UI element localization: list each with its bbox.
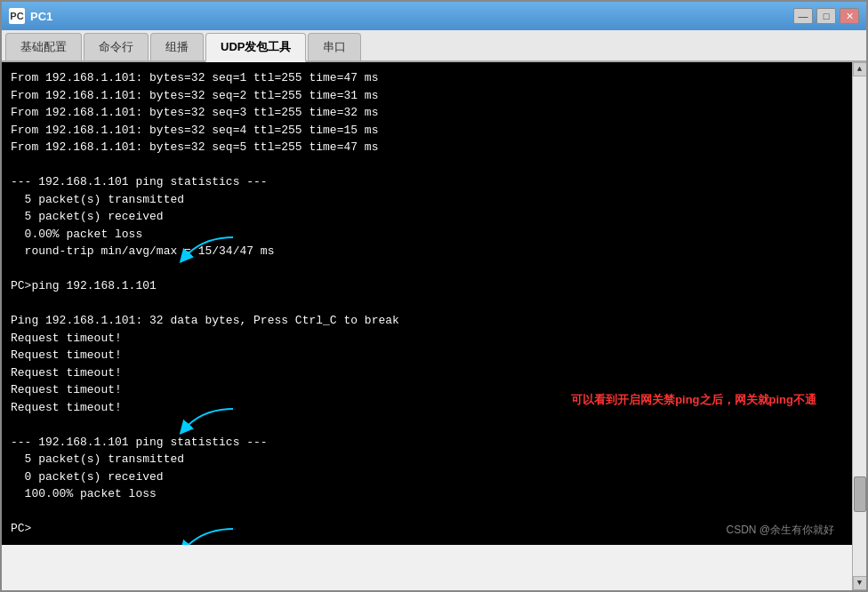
terminal-line: --- 192.168.1.101 ping statistics ---	[11, 434, 843, 452]
terminal-line: Request timeout!	[11, 330, 843, 348]
window-title: PC1	[30, 10, 52, 23]
terminal-line-empty	[11, 156, 843, 174]
terminal[interactable]: From 192.168.1.101: bytes=32 seq=1 ttl=2…	[2, 62, 852, 545]
terminal-line: 0.00% packet loss	[11, 226, 843, 244]
terminal-line: From 192.168.1.101: bytes=32 seq=1 ttl=2…	[11, 69, 843, 87]
close-button[interactable]: ✕	[840, 8, 859, 24]
terminal-line: 100.00% packet loss	[11, 485, 843, 503]
terminal-line: --- 192.168.1.101 ping statistics ---	[11, 173, 843, 191]
tab-serial[interactable]: 串口	[308, 33, 361, 60]
terminal-line: From 192.168.1.101: bytes=32 seq=3 ttl=2…	[11, 104, 843, 122]
title-bar: PC PC1 — □ ✕	[2, 2, 866, 30]
tab-basic-config[interactable]: 基础配置	[5, 33, 82, 60]
terminal-line: 5 packet(s) received	[11, 208, 843, 226]
scroll-thumb[interactable]	[854, 476, 866, 512]
terminal-line: Request timeout!	[11, 364, 843, 382]
watermark: CSDN @余生有你就好	[726, 522, 834, 538]
window-controls: — □ ✕	[793, 8, 859, 24]
annotation-text: 可以看到开启网关禁ping之后，网关就ping不通	[571, 391, 816, 409]
terminal-line: 0 packet(s) received	[11, 468, 843, 486]
terminal-line: From 192.168.1.101: bytes=32 seq=5 ttl=2…	[11, 139, 843, 156]
tab-bar: 基础配置 命令行 组播 UDP发包工具 串口	[2, 30, 866, 62]
terminal-line: round-trip min/avg/max = 15/34/47 ms	[11, 243, 843, 260]
terminal-line-empty	[11, 503, 843, 521]
scrollbar[interactable]: ▲ ▼	[852, 62, 866, 590]
main-window: PC PC1 — □ ✕ 基础配置 命令行 组播 UDP发包工具 串口 From…	[0, 0, 868, 592]
maximize-button[interactable]: □	[816, 8, 836, 24]
terminal-line-empty	[11, 295, 843, 313]
window-icon: PC	[9, 8, 25, 24]
scroll-down-button[interactable]: ▼	[853, 576, 867, 590]
title-bar-left: PC PC1	[9, 8, 52, 24]
tab-udp-tool[interactable]: UDP发包工具	[205, 33, 306, 62]
terminal-line-prompt: PC>	[11, 520, 843, 538]
content-area: From 192.168.1.101: bytes=32 seq=1 ttl=2…	[2, 62, 866, 590]
terminal-line: Ping 192.168.1.101: 32 data bytes, Press…	[11, 312, 843, 330]
terminal-line: 5 packet(s) transmitted	[11, 191, 843, 209]
scroll-up-button[interactable]: ▲	[853, 62, 867, 76]
terminal-line: PC>ping 192.168.1.101	[11, 277, 843, 295]
terminal-line: From 192.168.1.101: bytes=32 seq=2 ttl=2…	[11, 87, 843, 105]
terminal-wrapper: From 192.168.1.101: bytes=32 seq=1 ttl=2…	[2, 62, 852, 590]
tab-command-line[interactable]: 命令行	[84, 33, 149, 60]
terminal-line: From 192.168.1.101: bytes=32 seq=4 ttl=2…	[11, 122, 843, 140]
tab-multicast[interactable]: 组播	[150, 33, 204, 60]
scroll-track[interactable]	[853, 76, 866, 576]
terminal-line: 5 packet(s) transmitted	[11, 451, 843, 468]
minimize-button[interactable]: —	[793, 8, 813, 24]
terminal-line-empty	[11, 416, 843, 434]
terminal-line: Request timeout!	[11, 347, 843, 364]
terminal-line-empty	[11, 260, 843, 278]
